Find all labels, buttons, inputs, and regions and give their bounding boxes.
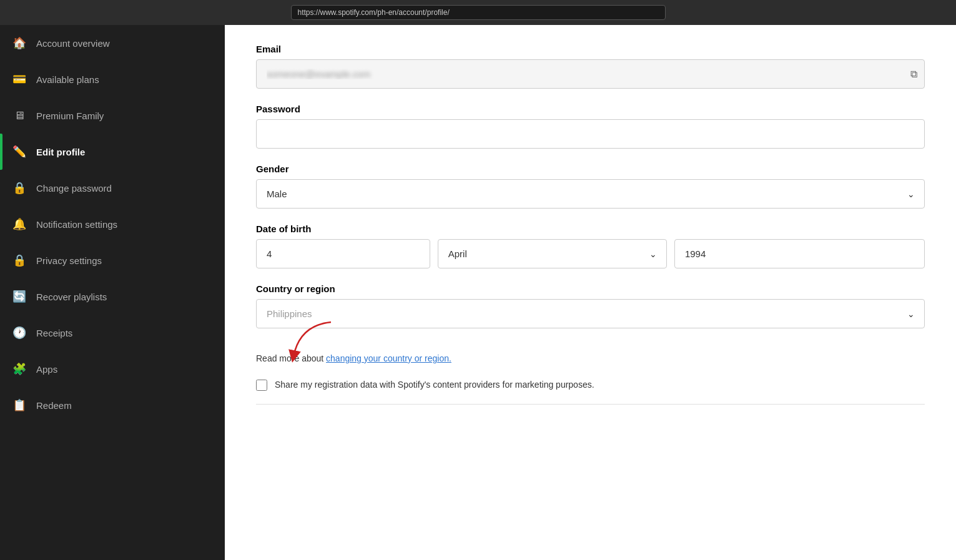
dob-day-input[interactable] (256, 239, 430, 268)
dob-section: Date of birth JanuaryFebruaryMarchAprilM… (256, 224, 925, 268)
sidebar-item-change-password[interactable]: 🔒Change password (0, 170, 225, 206)
edit-profile-icon: ✏️ (12, 145, 26, 159)
sidebar-item-redeem[interactable]: 📋Redeem (0, 387, 225, 423)
browser-chrome: https://www.spotify.com/ph-en/account/pr… (0, 0, 956, 25)
receipts-icon: 🕐 (12, 326, 26, 340)
country-change-link[interactable]: changing your country or region. (326, 353, 451, 363)
helper-text-prefix: Read more about (256, 353, 326, 363)
gender-label: Gender (256, 164, 925, 174)
sidebar: 🏠Account overview💳Available plans🖥Premiu… (0, 25, 225, 560)
sidebar-item-available-plans[interactable]: 💳Available plans (0, 61, 225, 97)
recover-playlists-label: Recover playlists (36, 292, 107, 302)
notification-settings-label: Notification settings (36, 219, 117, 230)
change-password-icon: 🔒 (12, 181, 26, 195)
available-plans-label: Available plans (36, 74, 99, 85)
sidebar-item-notification-settings[interactable]: 🔔Notification settings (0, 206, 225, 242)
gender-select[interactable]: MaleFemaleNon-binaryOtherPrefer not to s… (256, 179, 925, 209)
sidebar-item-edit-profile[interactable]: ✏️Edit profile (0, 134, 225, 170)
dob-row: JanuaryFebruaryMarchAprilMayJuneJulyAugu… (256, 239, 925, 268)
dob-month-wrapper: JanuaryFebruaryMarchAprilMayJuneJulyAugu… (438, 239, 667, 268)
helper-text: Read more about changing your country or… (256, 353, 925, 363)
privacy-settings-label: Privacy settings (36, 255, 102, 266)
dob-year-input[interactable] (674, 239, 925, 268)
account-overview-label: Account overview (36, 38, 110, 49)
password-section: Password (256, 104, 925, 149)
country-select[interactable]: PhilippinesUnited StatesUnited Kingdom (256, 299, 925, 328)
dob-label: Date of birth (256, 224, 925, 234)
sidebar-item-account-overview[interactable]: 🏠Account overview (0, 25, 225, 61)
copy-icon: ⧉ (910, 69, 917, 80)
account-overview-icon: 🏠 (12, 36, 26, 50)
email-section: Email ⧉ (256, 44, 925, 89)
notification-settings-icon: 🔔 (12, 217, 26, 231)
marketing-checkbox-label: Share my registration data with Spotify'… (275, 378, 594, 391)
address-bar[interactable]: https://www.spotify.com/ph-en/account/pr… (291, 5, 666, 20)
dob-month-select[interactable]: JanuaryFebruaryMarchAprilMayJuneJulyAugu… (438, 239, 667, 268)
redeem-icon: 📋 (12, 398, 26, 412)
password-label: Password (256, 104, 925, 114)
marketing-checkbox[interactable] (256, 380, 267, 391)
email-label: Email (256, 44, 925, 54)
privacy-settings-icon: 🔒 (12, 253, 26, 267)
password-input[interactable] (256, 119, 925, 149)
premium-family-label: Premium Family (36, 111, 104, 121)
email-input[interactable] (256, 59, 925, 89)
edit-profile-label: Edit profile (36, 147, 85, 157)
country-section: Country or region PhilippinesUnited Stat… (256, 283, 925, 328)
main-content: Email ⧉ Password Gender MaleFemaleNon-bi… (225, 25, 956, 560)
apps-label: Apps (36, 364, 57, 375)
sidebar-item-apps[interactable]: 🧩Apps (0, 351, 225, 387)
recover-playlists-icon: 🔄 (12, 290, 26, 303)
sidebar-item-privacy-settings[interactable]: 🔒Privacy settings (0, 242, 225, 278)
sidebar-item-premium-family[interactable]: 🖥Premium Family (0, 97, 225, 134)
apps-icon: 🧩 (12, 362, 26, 376)
country-label: Country or region (256, 283, 925, 294)
gender-section: Gender MaleFemaleNon-binaryOtherPrefer n… (256, 164, 925, 209)
sidebar-item-recover-playlists[interactable]: 🔄Recover playlists (0, 278, 225, 315)
redeem-label: Redeem (36, 400, 72, 411)
marketing-checkbox-row: Share my registration data with Spotify'… (256, 378, 925, 405)
sidebar-item-receipts[interactable]: 🕐Receipts (0, 315, 225, 351)
change-password-label: Change password (36, 183, 112, 194)
receipts-label: Receipts (36, 328, 72, 338)
premium-family-icon: 🖥 (12, 109, 26, 122)
available-plans-icon: 💳 (12, 72, 26, 86)
email-input-wrapper: ⧉ (256, 59, 925, 89)
country-select-wrapper: PhilippinesUnited StatesUnited Kingdom ⌄ (256, 299, 925, 328)
gender-select-wrapper: MaleFemaleNon-binaryOtherPrefer not to s… (256, 179, 925, 209)
